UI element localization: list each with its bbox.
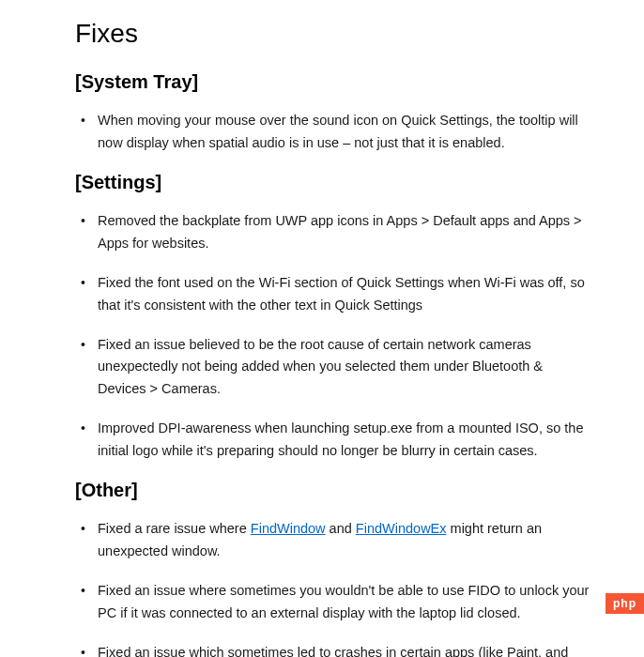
- watermark-badge: php: [606, 593, 644, 614]
- content-link[interactable]: FindWindowEx: [356, 521, 447, 536]
- content-link[interactable]: FindWindow: [251, 521, 326, 536]
- section-list: Removed the backplate from UWP app icons…: [75, 210, 592, 463]
- list-item-text: and: [326, 521, 356, 536]
- section-list: When moving your mouse over the sound ic…: [75, 110, 592, 155]
- list-item: Fixed the font used on the Wi-Fi section…: [75, 272, 592, 317]
- list-item-text: Fixed an issue believed to be the root c…: [98, 337, 543, 397]
- list-item: Fixed an issue believed to be the root c…: [75, 334, 592, 402]
- list-item-text: Fixed an issue where sometimes you would…: [98, 583, 589, 620]
- page-title: Fixes: [75, 19, 592, 49]
- section-list: Fixed a rare issue where FindWindow and …: [75, 518, 592, 657]
- list-item-text: Removed the backplate from UWP app icons…: [98, 213, 582, 251]
- section-heading: [System Tray]: [75, 71, 592, 93]
- list-item-text: Improved DPI-awareness when launching se…: [98, 420, 583, 458]
- list-item: Removed the backplate from UWP app icons…: [75, 210, 592, 255]
- list-item: Improved DPI-awareness when launching se…: [75, 418, 592, 463]
- list-item-text: Fixed a rare issue where: [98, 521, 251, 536]
- list-item: Fixed an issue where sometimes you would…: [75, 580, 592, 625]
- list-item: Fixed a rare issue where FindWindow and …: [75, 518, 592, 563]
- list-item-text: When moving your mouse over the sound ic…: [98, 113, 578, 150]
- list-item-text: Fixed an issue which sometimes led to cr…: [98, 645, 568, 657]
- list-item-text: Fixed the font used on the Wi-Fi section…: [98, 275, 585, 313]
- content-container: [System Tray]When moving your mouse over…: [75, 71, 592, 657]
- section-heading: [Other]: [75, 480, 592, 501]
- section-heading: [Settings]: [75, 172, 592, 193]
- list-item: Fixed an issue which sometimes led to cr…: [75, 642, 592, 657]
- list-item: When moving your mouse over the sound ic…: [75, 110, 592, 155]
